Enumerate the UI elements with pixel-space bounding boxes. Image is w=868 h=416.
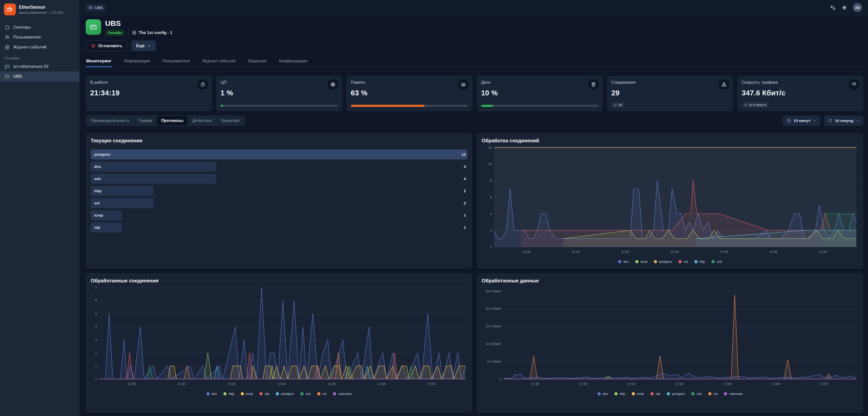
page-header: UBS Онлайн The 1st config · 1 bbox=[86, 20, 863, 36]
subtab-protocols[interactable]: Протоколы bbox=[157, 116, 188, 125]
subtab-traffic[interactable]: Трафик bbox=[134, 116, 156, 125]
legend-dot bbox=[333, 392, 336, 395]
status-badge: Онлайн bbox=[105, 30, 125, 36]
legend-item-ssl[interactable]: ssl bbox=[317, 392, 327, 396]
gear-icon bbox=[132, 30, 136, 35]
legend-item-http[interactable]: http bbox=[223, 392, 234, 396]
card-label: В работе bbox=[90, 80, 208, 85]
gauge-mini-icon bbox=[614, 103, 617, 106]
legend-item-ssl[interactable]: ssl bbox=[708, 392, 718, 396]
legend-item-unknown[interactable]: unknown bbox=[724, 392, 743, 396]
legend-label: http bbox=[620, 392, 625, 396]
legend-item-ssh[interactable]: ssh bbox=[691, 392, 702, 396]
breadcrumb[interactable]: UBS bbox=[86, 4, 106, 11]
line-chart-svg: 0123456712:3812:4012:4212:4412:4612:4812… bbox=[91, 285, 467, 387]
subtab-transport[interactable]: Транспорт bbox=[217, 116, 244, 125]
legend-label: unknown bbox=[338, 392, 351, 396]
tab-users[interactable]: Пользователи bbox=[162, 59, 190, 67]
tab-license[interactable]: Лицензия bbox=[247, 59, 267, 67]
svg-text:12:38: 12:38 bbox=[522, 250, 530, 254]
protocol-bar-row-http: http2 bbox=[91, 186, 467, 196]
svg-text:0: 0 bbox=[490, 245, 492, 249]
card-memory: Память 63 % bbox=[346, 76, 472, 111]
card-value: 1 % bbox=[221, 89, 338, 97]
legend-item-icmp[interactable]: icmp bbox=[241, 392, 253, 396]
legend-label: dns bbox=[603, 392, 608, 396]
tab-event-log[interactable]: Журнал событий bbox=[202, 59, 236, 67]
legend-dot bbox=[694, 260, 698, 263]
legend-item-postgres[interactable]: postgres bbox=[276, 392, 294, 396]
card-connections: Соединения 29 38 bbox=[607, 76, 733, 111]
svg-text:4: 4 bbox=[95, 325, 97, 328]
legend-item-postgres[interactable]: postgres bbox=[667, 392, 685, 396]
refresh-interval-select[interactable]: 10 секунд bbox=[824, 116, 863, 126]
protocol-value: 2 bbox=[464, 189, 466, 193]
divider bbox=[128, 30, 128, 35]
legend-dot bbox=[708, 392, 712, 395]
sidebar: EtherSensor Центр управления · 1.10.1191… bbox=[0, 0, 80, 416]
legend-dot bbox=[618, 260, 621, 263]
avatar[interactable]: AD bbox=[853, 3, 862, 12]
sidebar-item-label: Журнал событий bbox=[13, 45, 46, 50]
tab-configurations[interactable]: Конфигурации bbox=[278, 59, 308, 67]
legend-dot bbox=[667, 392, 670, 395]
line-chart-svg: 05.0 Кбайт10.0 Кбайт15.0 Кбайт20.0 Кбайт… bbox=[482, 285, 858, 387]
subtab-performance[interactable]: Производительность bbox=[87, 116, 134, 125]
tab-information[interactable]: Информация bbox=[123, 59, 150, 67]
legend-item-dns[interactable]: dns bbox=[618, 260, 629, 263]
language-icon[interactable] bbox=[830, 5, 836, 11]
protocol-label: postgres bbox=[91, 152, 110, 157]
card-value: 63 % bbox=[351, 89, 468, 97]
legend-item-icmp[interactable]: icmp bbox=[635, 260, 648, 263]
legend-item-ssh[interactable]: ssh bbox=[712, 260, 722, 263]
legend-dot bbox=[712, 260, 715, 263]
legend-item-dns[interactable]: dns bbox=[207, 392, 217, 396]
legend-item-icmp[interactable]: icmp bbox=[632, 392, 644, 396]
sidebar-item-label: Пользователи bbox=[13, 35, 41, 40]
legend-label: http bbox=[228, 392, 234, 396]
legend-item-ntp[interactable]: ntp bbox=[259, 392, 269, 396]
stop-button[interactable]: Остановить bbox=[86, 40, 128, 51]
theme-toggle-icon[interactable] bbox=[841, 5, 847, 11]
svg-text:8: 8 bbox=[490, 179, 492, 182]
legend-item-http[interactable]: http bbox=[614, 392, 625, 396]
legend-item-ssl[interactable]: ssl bbox=[678, 260, 688, 263]
sidebar-item-sensors[interactable]: Сенсоры bbox=[0, 22, 80, 32]
sidebar-item-users[interactable]: Пользователи bbox=[0, 32, 80, 42]
tab-monitoring[interactable]: Мониторинг bbox=[86, 59, 112, 67]
sidebar-item-label: Сенсоры bbox=[13, 25, 31, 30]
protocol-bar-row-ssh: ssh4 bbox=[91, 174, 467, 184]
svg-text:12:46: 12:46 bbox=[720, 250, 728, 254]
legend-item-http[interactable]: http bbox=[694, 260, 705, 263]
subtab-detectors[interactable]: Детекторы bbox=[188, 116, 216, 125]
protocol-bar: icmp bbox=[91, 211, 122, 220]
sidebar-sensor-ubs[interactable]: UBS bbox=[0, 71, 80, 82]
svg-text:12:50: 12:50 bbox=[819, 250, 827, 254]
sidebar-sensor-srv-ethersensor-02[interactable]: srv-ethersensor-02 bbox=[0, 62, 80, 71]
time-range-select[interactable]: 15 минут bbox=[782, 116, 820, 126]
cpu-icon bbox=[328, 79, 338, 90]
users-icon bbox=[4, 34, 10, 40]
title-meta-row: Онлайн The 1st config · 1 bbox=[105, 30, 173, 36]
protocol-bar: http bbox=[91, 186, 154, 196]
legend-label: ssl bbox=[684, 260, 688, 263]
config-info[interactable]: The 1st config · 1 bbox=[132, 30, 173, 35]
legend-dot bbox=[654, 260, 657, 263]
more-button[interactable]: Ещё bbox=[131, 40, 156, 51]
legend-label: icmp bbox=[246, 392, 253, 396]
legend-item-dns[interactable]: dns bbox=[597, 392, 608, 396]
sidebar-item-event-log[interactable]: Журнал событий bbox=[0, 42, 80, 52]
legend-label: ssh bbox=[306, 392, 311, 396]
page-header-text: UBS Онлайн The 1st config · 1 bbox=[105, 20, 173, 36]
legend-item-ssh[interactable]: ssh bbox=[300, 392, 311, 396]
panel-title: Обработка соединений bbox=[482, 138, 858, 143]
legend-item-ntp[interactable]: ntp bbox=[650, 392, 660, 396]
stop-record-icon bbox=[91, 43, 96, 48]
page-tabs: Мониторинг Информация Пользователи Журна… bbox=[86, 59, 863, 67]
legend-item-postgres[interactable]: postgres bbox=[654, 260, 672, 263]
connection-processing-chart: 02468101212:3812:4012:4212:4412:4612:481… bbox=[482, 145, 858, 256]
disk-progress bbox=[481, 105, 598, 107]
svg-text:2: 2 bbox=[95, 351, 97, 355]
legend-item-unknown[interactable]: unknown bbox=[333, 392, 351, 396]
card-label: Скорость трафика bbox=[742, 80, 859, 85]
